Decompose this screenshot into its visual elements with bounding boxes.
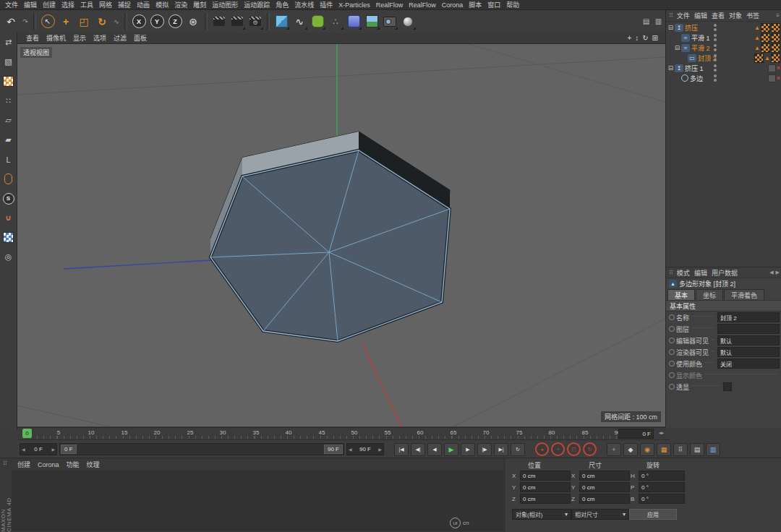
menubar-item[interactable]: 编辑	[21, 0, 40, 9]
enable-axis-button[interactable]: L	[2, 153, 14, 166]
viewport-menu-item[interactable]: 过滤	[111, 33, 129, 43]
position-x-input[interactable]: 0 cm	[520, 471, 571, 481]
om-menu-item[interactable]: 查看	[709, 11, 727, 20]
last-tool-button[interactable]: ∿	[111, 13, 121, 30]
anim-dot-icon[interactable]	[669, 314, 675, 320]
tree-item-cap-2[interactable]: ⊟ ▭ 封顶 2 ▲	[666, 53, 781, 63]
material-menu-item[interactable]: 功能	[64, 460, 82, 469]
layout-button-1[interactable]: ▤	[641, 16, 652, 27]
subdivision-surface-button[interactable]	[309, 13, 326, 30]
tab-phong[interactable]: 平滑着色	[724, 289, 764, 300]
menubar-item[interactable]: 模拟	[153, 0, 171, 9]
tree-item-smooth-1[interactable]: ⊟ ≈ 平滑 1 ▲	[666, 33, 781, 43]
menubar-item[interactable]: 脚本	[466, 0, 485, 9]
end-frame-spinner[interactable]: ◀ 90 F ▶	[346, 443, 384, 455]
texture-mode-button[interactable]	[2, 75, 14, 87]
redo-button[interactable]: ↷	[20, 13, 30, 30]
size-z-input[interactable]: 0 cm	[579, 494, 630, 504]
anim-dot-icon[interactable]	[669, 338, 675, 343]
menubar-item[interactable]: 动画	[134, 0, 153, 9]
size-y-input[interactable]: 0 cm	[579, 482, 630, 492]
attr-menu-item[interactable]: 编辑	[692, 268, 709, 278]
lock-y-axis-button[interactable]: Y	[148, 13, 166, 30]
record-position-button[interactable]: +	[551, 442, 565, 456]
collapse-icon[interactable]: ⊟	[667, 25, 674, 31]
ruler-frame-box[interactable]: 0 F	[618, 429, 654, 439]
material-swatch[interactable]	[761, 33, 770, 43]
generator-check-icon[interactable]: ▲	[764, 55, 770, 61]
visibility-toggles[interactable]	[714, 34, 717, 41]
scale-tool-button[interactable]: ◰	[75, 13, 93, 30]
menubar-item[interactable]: 文件	[2, 0, 21, 9]
layout-button-2[interactable]: ▥	[653, 16, 664, 27]
spin-left-icon[interactable]: ◀	[22, 447, 25, 452]
primitive-cube-button[interactable]	[273, 13, 290, 30]
undo-button[interactable]: ↶	[2, 13, 20, 30]
tab-coordinates[interactable]: 坐标	[696, 289, 723, 300]
om-menu-item[interactable]: 书签	[744, 11, 761, 20]
menubar-item[interactable]: Corona	[439, 1, 466, 9]
menubar-item[interactable]: 帮助	[503, 0, 522, 9]
size-mode-dropdown[interactable]: 相对尺寸 ▾	[571, 509, 629, 520]
current-frame-marker[interactable]: 0	[22, 429, 32, 438]
menu-icon[interactable]: ≡	[776, 12, 781, 19]
menubar-item[interactable]: 捕捉	[115, 0, 134, 9]
viewport-menu-item[interactable]: 选项	[90, 33, 109, 43]
disabled-x-icon[interactable]: ×	[777, 74, 780, 82]
visibility-toggles[interactable]	[714, 24, 717, 31]
timeline-range-slider[interactable]: 0 F 90 F	[59, 443, 344, 455]
generator-check-icon[interactable]: ▲	[754, 25, 760, 31]
menubar-item[interactable]: 运动图形	[209, 0, 241, 9]
viewport-menu-item[interactable]: 摄像机	[43, 33, 69, 43]
disabled-state-icon[interactable]	[768, 74, 776, 82]
zoom-view-icon[interactable]: ↕	[635, 34, 639, 42]
layer-input[interactable]	[717, 324, 780, 334]
spin-left-icon[interactable]: ◀	[349, 447, 352, 452]
name-input[interactable]: 封顶 2	[717, 312, 780, 322]
render-settings-button[interactable]: ⚙	[247, 13, 264, 30]
pan-view-icon[interactable]: +	[627, 34, 631, 42]
menubar-item[interactable]: X-Particles	[336, 1, 373, 9]
environment-button[interactable]	[363, 13, 380, 30]
tab-basic[interactable]: 基本	[667, 289, 695, 300]
spin-right-icon[interactable]: ▶	[378, 447, 382, 452]
material-swatch[interactable]	[771, 53, 780, 63]
rotation-b-input[interactable]: 0 °	[639, 494, 685, 504]
loop-button[interactable]: ↻	[511, 443, 525, 456]
forward-icon[interactable]: ▶	[776, 270, 780, 275]
back-icon[interactable]: ◀	[769, 270, 773, 275]
go-to-end-button[interactable]: ▶|	[494, 443, 508, 456]
material-swatch[interactable]	[761, 43, 770, 53]
tree-item-smooth-2[interactable]: ⊟ ≈ 平滑 2 ▲	[666, 43, 781, 53]
anim-dot-icon[interactable]	[669, 349, 675, 355]
record-keyframe-button[interactable]: ●	[535, 442, 549, 456]
camera-button[interactable]	[381, 13, 398, 30]
model-mode-button[interactable]: ▧	[2, 56, 14, 68]
orbit-view-icon[interactable]: ↻	[642, 34, 648, 42]
material-swatch[interactable]	[771, 23, 780, 33]
editor-visibility-dropdown[interactable]: 默认	[717, 335, 780, 346]
previous-key-button[interactable]: ◀|	[411, 443, 425, 456]
rotate-tool-button[interactable]: ↻	[93, 13, 111, 30]
collapse-icon[interactable]: ⊟	[667, 65, 674, 72]
points-mode-button[interactable]: ∷	[2, 95, 14, 107]
om-menu-item[interactable]: 对象	[727, 11, 744, 20]
keyframe-selection-button[interactable]: ◆	[623, 443, 638, 456]
keyframe-grid-button[interactable]: ▦	[657, 443, 671, 456]
viewport-menu-item[interactable]: 面板	[131, 33, 150, 43]
material-swatch[interactable]	[771, 33, 780, 43]
apply-button[interactable]: 应用	[629, 509, 677, 520]
disabled-x-icon[interactable]: ×	[777, 64, 780, 72]
viewport-view-label[interactable]: 透视视图	[20, 47, 52, 58]
menubar-item[interactable]: 选择	[59, 0, 77, 9]
tree-item-extrude-1[interactable]: ⊟ ↥ 挤压 1 ×	[666, 63, 781, 73]
cloner-button[interactable]: ∴	[327, 13, 344, 30]
menubar-item[interactable]: 创建	[40, 0, 59, 9]
tree-item-extrude[interactable]: ⊟ ↥ 挤压 ▲	[666, 22, 781, 33]
deformer-button[interactable]	[345, 13, 362, 30]
tree-item-nside[interactable]: ⊟ 多边 ×	[666, 73, 781, 83]
rotation-h-input[interactable]: 0 °	[639, 471, 685, 481]
autokey-button[interactable]: ◉	[640, 443, 654, 456]
basic-properties-header[interactable]: 基本属性	[666, 300, 781, 312]
polygons-mode-button[interactable]: ▰	[2, 134, 14, 146]
